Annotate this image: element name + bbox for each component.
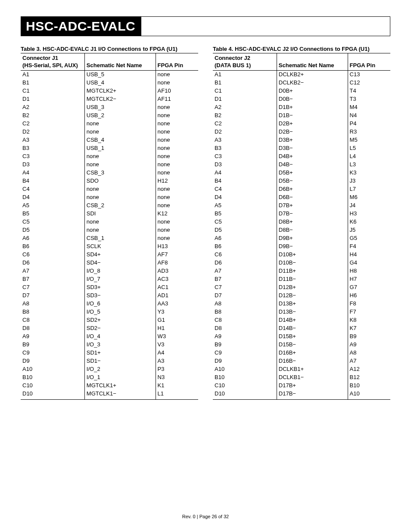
cell-connector: B1	[213, 79, 277, 87]
cell-fpgapin: AF7	[156, 251, 198, 259]
cell-connector: C1	[21, 87, 84, 95]
cell-netname: D9B−	[277, 243, 348, 251]
cell-fpgapin: B10	[348, 382, 390, 390]
cell-connector: B4	[21, 177, 84, 185]
cell-fpgapin: A3	[156, 357, 198, 365]
table-row: A3D3B+M5	[213, 136, 390, 144]
table-row: C1D0B+T4	[213, 87, 390, 95]
cell-netname: none	[84, 193, 156, 202]
table-row: C3nonenone	[21, 152, 198, 161]
table-row: A1USB_5none	[21, 71, 198, 79]
cell-netname: I/O_8	[84, 267, 156, 275]
table-row: D9D16B−A7	[213, 357, 390, 365]
cell-fpgapin: P3	[156, 365, 198, 373]
cell-connector: D2	[213, 128, 277, 136]
cell-netname: CSB_4	[84, 136, 156, 144]
table-row: D2D2B−R3	[213, 128, 390, 136]
cell-fpgapin: F4	[348, 243, 390, 251]
table-row: D1MGTCLK2−AF11	[21, 95, 198, 103]
cell-fpgapin: none	[156, 234, 198, 243]
cell-fpgapin: none	[156, 218, 198, 226]
cell-fpgapin: none	[156, 136, 198, 144]
cell-fpgapin: none	[156, 71, 198, 79]
cell-netname: MGTCLK1−	[84, 390, 156, 399]
table-row: D3D4B−L3	[213, 161, 390, 169]
cell-netname: SD2+	[84, 316, 156, 324]
cell-netname: D17B−	[277, 390, 348, 399]
cell-netname: D0B−	[277, 95, 348, 103]
cell-netname: I/O_1	[84, 373, 156, 382]
cell-netname: D7B−	[277, 210, 348, 218]
cell-fpgapin: H12	[156, 177, 198, 185]
cell-fpgapin: R3	[348, 128, 390, 136]
cell-fpgapin: J5	[348, 226, 390, 234]
cell-fpgapin: L5	[348, 144, 390, 152]
cell-connector: D3	[213, 161, 277, 169]
cell-netname: D1B+	[277, 103, 348, 112]
cell-fpgapin: none	[156, 226, 198, 234]
cell-netname: D12B+	[277, 283, 348, 292]
cell-fpgapin: AC1	[156, 283, 198, 292]
cell-connector: D4	[21, 193, 84, 202]
cell-netname: D3B+	[277, 136, 348, 144]
cell-netname: DCLKB1−	[277, 373, 348, 382]
cell-connector: A9	[213, 333, 277, 341]
cell-connector: A3	[21, 136, 84, 144]
cell-connector: D3	[21, 161, 84, 169]
cell-fpgapin: V3	[156, 341, 198, 349]
cell-fpgapin: G1	[156, 316, 198, 324]
cell-netname: MGTCLK2−	[84, 95, 156, 103]
cell-connector: B2	[21, 112, 84, 120]
cell-fpgapin: K1	[156, 382, 198, 390]
table-row: C7SD3+AC1	[21, 283, 198, 292]
cell-fpgapin: F7	[348, 308, 390, 316]
cell-fpgapin: K3	[348, 169, 390, 177]
table-row: B5SDIK12	[21, 210, 198, 218]
cell-fpgapin: M4	[348, 103, 390, 112]
cell-fpgapin: none	[156, 120, 198, 128]
table-row: A10DCLKB1+A12	[213, 365, 390, 373]
table-row: A5D7B+J4	[213, 202, 390, 210]
cell-fpgapin: N3	[156, 373, 198, 382]
cell-connector: C6	[213, 251, 277, 259]
cell-netname: CSB_2	[84, 202, 156, 210]
cell-netname: D1B−	[277, 112, 348, 120]
cell-connector: B3	[213, 144, 277, 152]
cell-netname: D11B−	[277, 275, 348, 283]
cell-fpgapin: N4	[348, 112, 390, 120]
cell-netname: DCLKB1+	[277, 365, 348, 373]
cell-connector: D6	[21, 259, 84, 267]
table-4-block: Table 4. HSC-ADC-EVALC J2 I/O Connection…	[213, 46, 390, 400]
cell-netname: SDO	[84, 177, 156, 185]
cell-netname: none	[84, 128, 156, 136]
table-row: B2USB_2none	[21, 112, 198, 120]
cell-connector: D8	[213, 324, 277, 333]
table-row: B10I/O_1N3	[21, 373, 198, 382]
cell-connector: B6	[213, 243, 277, 251]
cell-fpgapin: L7	[348, 185, 390, 193]
table-4-head-1: Connector J2 (DATA BUS 1)	[213, 53, 277, 71]
cell-fpgapin: M6	[348, 193, 390, 202]
cell-fpgapin: L3	[348, 161, 390, 169]
cell-fpgapin: G4	[348, 259, 390, 267]
cell-netname: D14B−	[277, 324, 348, 333]
table-row: A4CSB_3none	[21, 169, 198, 177]
cell-netname: SD2−	[84, 324, 156, 333]
cell-fpgapin: AC3	[156, 275, 198, 283]
cell-netname: SD1−	[84, 357, 156, 365]
cell-connector: C4	[213, 185, 277, 193]
cell-connector: A6	[213, 234, 277, 243]
table-3-head-1: Connector J1 (HS-Serial, SPI, AUX)	[21, 53, 84, 71]
table-3-head-2: Schematic Net Name	[84, 53, 156, 71]
table-row: B2D1B−N4	[213, 112, 390, 120]
cell-fpgapin: B12	[348, 373, 390, 382]
cell-fpgapin: AF8	[156, 259, 198, 267]
cell-connector: C5	[21, 218, 84, 226]
cell-fpgapin: none	[156, 112, 198, 120]
cell-netname: D0B+	[277, 87, 348, 95]
cell-fpgapin: W3	[156, 333, 198, 341]
cell-netname: I/O_5	[84, 308, 156, 316]
cell-netname: none	[84, 226, 156, 234]
table-row: A9I/O_4W3	[21, 333, 198, 341]
cell-connector: C5	[213, 218, 277, 226]
